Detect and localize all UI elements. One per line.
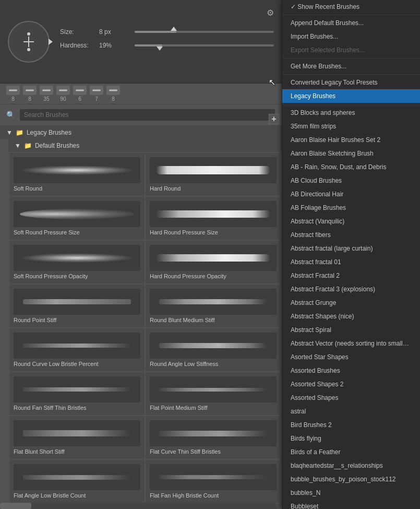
brush-name-rps: Round Point Stiff <box>14 317 56 323</box>
dropdown-item-ab-rain[interactable]: AB - Rain, Snow, Dust, and Debris <box>282 160 420 174</box>
dropdown-item-ab-foliage[interactable]: AB Foliage Brushes <box>282 201 420 215</box>
dropdown-item-blaqheartedstar[interactable]: blaqheartedstar__s_relationships <box>282 459 420 472</box>
stroke-preview <box>23 299 131 304</box>
preset-item-1[interactable]: 8 <box>6 86 20 102</box>
dropdown-item-bubbleset[interactable]: Bubbleset <box>282 500 420 509</box>
preset-item-7[interactable]: 8 <box>106 86 120 102</box>
dropdown-item-bubble-brushes[interactable]: bubble_brushes_by_poison_stock112 <box>282 472 420 486</box>
brush-stroke-srpo <box>14 245 140 271</box>
preset-item-5[interactable]: 6 <box>73 86 87 102</box>
brush-item-round-blunt-medium-stiff[interactable]: Round Blunt Medium Stiff <box>146 285 281 327</box>
preset-icon-5 <box>73 86 87 95</box>
dropdown-item-abstract-shapes-nice[interactable]: Abstract Shapes (nice) <box>282 310 420 323</box>
dropdown-item-astral[interactable]: astral <box>282 405 420 418</box>
dropdown-section-brushes: 3D Blocks and spheres 35mm film strips A… <box>282 106 420 509</box>
brush-item-flat-fan-high-bristle[interactable]: Flat Fan High Bristle Count <box>146 460 281 503</box>
brush-item-hard-round-pressure-opacity[interactable]: Hard Round Pressure Opacity <box>146 241 281 283</box>
dropdown-item-bubbles-n[interactable]: bubbles_N <box>282 486 420 500</box>
dropdown-item-ab-cloud[interactable]: AB Cloud Brushes <box>282 174 420 187</box>
legacy-brushes-header[interactable]: ▼ 📁 Legacy Brushes <box>0 126 282 139</box>
horizontal-scroll-thumb <box>0 503 31 509</box>
dropdown-item-ab-directional[interactable]: AB Directional Hair <box>282 187 420 201</box>
dropdown-item-35mm[interactable]: 35mm film strips <box>282 120 420 133</box>
brush-item-round-point-stiff[interactable]: Round Point Stiff <box>9 285 145 327</box>
stroke-preview <box>159 431 267 436</box>
brush-item-soft-round[interactable]: Soft Round <box>9 153 145 196</box>
brush-stroke-rps <box>14 289 140 315</box>
stroke-preview <box>156 210 270 218</box>
hardness-slider[interactable] <box>135 44 274 46</box>
size-slider-thumb <box>171 27 177 31</box>
dropdown-item-abstract-vector[interactable]: Abstract Vector (needs sorting into smal… <box>282 337 420 350</box>
size-value: 8 px <box>99 28 130 35</box>
collapse-icon-2: ▼ <box>15 142 21 149</box>
brush-name-srps: Soft Round Pressure Size <box>14 229 80 235</box>
dropdown-item-abstract-fibers[interactable]: Abstract fibers <box>282 228 420 242</box>
dropdown-item-abstract-fractal-01[interactable]: Abstract fractal 01 <box>282 255 420 269</box>
dropdown-item-assorted-brushes[interactable]: Assorted Brushes <box>282 364 420 377</box>
brush-stroke-fcts <box>150 420 277 446</box>
preset-size-2: 8 <box>28 96 31 102</box>
brush-name-fpms: Flat Point Medium Stiff <box>150 405 207 411</box>
hardness-row: Hardness: 19% <box>60 42 274 49</box>
preset-item-2[interactable]: 8 <box>23 86 37 102</box>
brush-item-hard-round[interactable]: Hard Round <box>146 153 281 196</box>
preset-item-4[interactable]: 90 <box>56 86 70 102</box>
dropdown-item-abstract-spiral[interactable]: Abstract Spiral <box>282 323 420 337</box>
folder-icon-2: 📁 <box>24 142 32 149</box>
default-brushes-header[interactable]: ▼ 📁 Default Brushes <box>8 139 282 152</box>
brush-stroke-rbms <box>150 289 277 315</box>
horizontal-scrollbar[interactable] <box>0 503 275 509</box>
brush-stroke-hrps <box>150 201 277 227</box>
brush-name-rbms: Round Blunt Medium Stiff <box>150 317 215 323</box>
size-slider[interactable] <box>135 31 274 33</box>
preset-icon-6 <box>90 86 103 95</box>
add-button[interactable]: + <box>269 114 279 124</box>
dropdown-item-abstract-fractal-large[interactable]: Abstract fractal (large curtain) <box>282 242 420 255</box>
dropdown-item-abstract-grunge[interactable]: Abstract Grunge <box>282 296 420 310</box>
dropdown-item-append-default[interactable]: Append Default Brushes... <box>282 16 420 30</box>
preset-icon-4 <box>56 86 70 95</box>
dropdown-item-3d-blocks[interactable]: 3D Blocks and spheres <box>282 106 420 120</box>
preset-icon-3 <box>40 86 53 95</box>
brush-name-ffhb: Flat Fan High Bristle Count <box>150 492 219 499</box>
preset-item-6[interactable]: 7 <box>90 86 103 102</box>
dropdown-item-assorted-shapes[interactable]: Assorted Shapes <box>282 391 420 405</box>
dropdown-item-abstract-fractal-2[interactable]: Abstract Fractal 2 <box>282 269 420 282</box>
dropdown-item-bird-brushes-2[interactable]: Bird Brushes 2 <box>282 418 420 432</box>
brush-item-flat-angle-low-bristle[interactable]: Flat Angle Low Bristle Count <box>9 460 145 503</box>
dropdown-item-birds-flying[interactable]: Birds flying <box>282 432 420 445</box>
dropdown-item-birds-feather[interactable]: Birds of a Feather <box>282 445 420 459</box>
dropdown-item-converted-legacy[interactable]: Converted Legacy Tool Presets <box>282 76 420 89</box>
brush-item-flat-point-medium-stiff[interactable]: Flat Point Medium Stiff <box>146 372 281 415</box>
brush-item-round-curve-low-bristle[interactable]: Round Curve Low Bristle Percent <box>9 328 145 371</box>
stroke-preview <box>20 253 134 263</box>
preset-icon-7 <box>106 86 120 95</box>
dropdown-section-top: Show Recent Brushes Append Default Brush… <box>282 0 420 106</box>
brush-item-soft-round-pressure-size[interactable]: Soft Round Pressure Size <box>9 197 145 240</box>
dropdown-item-aaron-hair[interactable]: Aaron Blaise Hair Brushes Set 2 <box>282 133 420 147</box>
dropdown-item-asorted-star[interactable]: Asorted Star Shapes <box>282 350 420 364</box>
dropdown-item-show-recent[interactable]: Show Recent Brushes <box>282 0 420 14</box>
dropdown-item-aaron-sketch[interactable]: Aaron Blaise Sketching Brush <box>282 147 420 160</box>
dropdown-item-abstract-vanquilic[interactable]: Abstract (Vanquilic) <box>282 215 420 228</box>
brush-name-rclb: Round Curve Low Bristle Percent <box>14 361 99 367</box>
dropdown-item-import[interactable]: Import Brushes... <box>282 30 420 43</box>
hardness-value: 19% <box>99 42 130 49</box>
preset-item-3[interactable]: 35 <box>40 86 53 102</box>
brush-item-soft-round-pressure-opacity[interactable]: Soft Round Pressure Opacity <box>9 241 145 283</box>
brush-item-flat-blunt-short-stiff[interactable]: Flat Blunt Short Stiff <box>9 416 145 459</box>
search-input[interactable] <box>19 109 275 121</box>
dropdown-item-legacy-brushes[interactable]: Legacy Brushes <box>282 89 420 103</box>
brush-item-round-angle-low-stiffness[interactable]: Round Angle Low Stiffness <box>146 328 281 371</box>
dropdown-item-abstract-fractal-3[interactable]: Abstract Fractal 3 (explosions) <box>282 282 420 296</box>
dropdown-item-assorted-shapes-2[interactable]: Assorted Shapes 2 <box>282 377 420 391</box>
dropdown-item-get-more[interactable]: Get More Brushes... <box>282 60 420 73</box>
brush-name-rals: Round Angle Low Stiffness <box>150 361 218 367</box>
settings-icon[interactable]: ⚙ <box>267 8 274 18</box>
brush-item-round-fan-stiff-thin[interactable]: Round Fan Stiff Thin Bristles <box>9 372 145 415</box>
brush-item-hard-round-pressure-size[interactable]: Hard Round Pressure Size <box>146 197 281 240</box>
right-panel-dropdown: Show Recent Brushes Append Default Brush… <box>282 0 420 509</box>
legacy-brushes-label: Legacy Brushes <box>27 129 71 136</box>
brush-item-flat-curve-thin-stiff[interactable]: Flat Curve Thin Stiff Bristles <box>146 416 281 459</box>
